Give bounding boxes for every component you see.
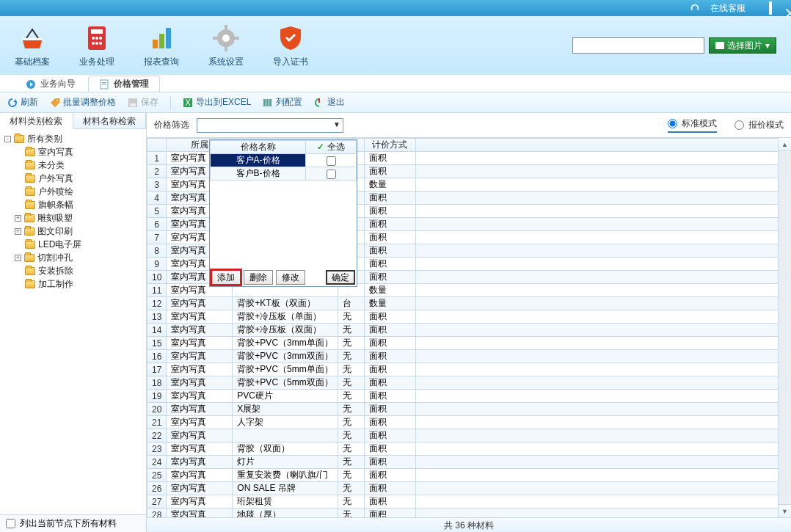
- table-row[interactable]: 24室内写真灯片无面积: [147, 456, 791, 469]
- tabbar: 业务向导 价格管理: [0, 75, 791, 92]
- ribbon-import-cert[interactable]: 导入证书: [273, 23, 308, 68]
- tree-node[interactable]: 加工制作: [4, 277, 142, 291]
- svg-point-5: [92, 42, 95, 45]
- toolbar: 刷新 批量调整价格 保存 X导出到EXCEL 列配置 退出: [0, 92, 791, 113]
- folder-icon: [25, 267, 35, 275]
- svg-point-7: [99, 42, 102, 45]
- svg-point-4: [99, 37, 102, 40]
- table-row[interactable]: 17室内写真背胶+PVC（5mm单面）无面积: [147, 363, 791, 376]
- svg-rect-10: [166, 28, 171, 48]
- popup-edit-button[interactable]: 修改: [276, 270, 305, 285]
- scroll-up-icon[interactable]: ▲: [779, 138, 791, 151]
- calculator-icon: [82, 23, 112, 53]
- svg-rect-28: [269, 99, 271, 106]
- table-row[interactable]: 14室内写真背胶+冷压板（双面）无面积: [147, 324, 791, 337]
- tree-node[interactable]: +雕刻吸塑: [4, 211, 142, 225]
- tree-node[interactable]: +切割冲孔: [4, 251, 142, 264]
- table-row[interactable]: 23室内写真背胶（双面）无面积: [147, 442, 791, 456]
- row-checkbox[interactable]: [327, 156, 336, 166]
- expand-icon[interactable]: +: [15, 255, 21, 261]
- table-row[interactable]: 16室内写真背胶+PVC（3mm双面）无面积: [147, 350, 791, 363]
- tab-price-mgmt[interactable]: 价格管理: [88, 76, 160, 92]
- popup-add-button[interactable]: 添加: [211, 270, 241, 285]
- price-tag-icon: [50, 98, 60, 108]
- svg-rect-27: [266, 99, 269, 106]
- tree-root[interactable]: - 所有类别: [4, 132, 142, 145]
- exit-icon: [314, 98, 324, 108]
- sider-tab-name[interactable]: 材料名称检索: [73, 113, 147, 128]
- row-checkbox[interactable]: [327, 170, 336, 179]
- collapse-icon[interactable]: -: [4, 136, 11, 142]
- tree-node[interactable]: 安装拆除: [4, 264, 142, 277]
- choose-image-button[interactable]: 选择图片 ▾: [709, 37, 776, 54]
- table-row[interactable]: 12室内写真背胶+KT板（双面）台数量: [147, 297, 791, 310]
- popup-ok-button[interactable]: 确定: [326, 270, 355, 285]
- table-row[interactable]: 27室内写真珩架租赁无面积: [147, 495, 791, 509]
- tree-node[interactable]: 户外写真: [4, 172, 142, 185]
- ribbon-business[interactable]: 业务处理: [79, 23, 114, 68]
- save-icon: [128, 98, 138, 108]
- svg-point-21: [56, 100, 58, 101]
- svg-rect-8: [153, 40, 158, 48]
- svg-point-6: [95, 42, 98, 45]
- refresh-button[interactable]: 刷新: [7, 96, 38, 109]
- popup-row[interactable]: 客户A-价格: [211, 154, 357, 167]
- table-row[interactable]: 13室内写真背胶+冷压板（单面）无面积: [147, 310, 791, 324]
- list-all-checkbox[interactable]: [6, 519, 15, 528]
- ribbon-report[interactable]: 报表查询: [144, 23, 179, 68]
- mode-quote[interactable]: 报价模式: [734, 117, 784, 133]
- tree-node[interactable]: 旗帜条幅: [4, 198, 142, 211]
- table-row[interactable]: 21室内写真人字架无面积: [147, 416, 791, 429]
- table-row[interactable]: 18室内写真背胶+PVC（5mm双面）无面积: [147, 376, 791, 390]
- save-button[interactable]: 保存: [128, 96, 158, 109]
- exit-button[interactable]: 退出: [314, 96, 345, 109]
- col-calc[interactable]: 计价方式: [364, 139, 415, 152]
- price-filter-combo[interactable]: [197, 118, 343, 133]
- export-excel-button[interactable]: X导出到EXCEL: [183, 96, 251, 109]
- table-row[interactable]: 22室内写真无面积: [147, 429, 791, 442]
- folder-icon: [25, 161, 35, 170]
- folder-icon: [25, 241, 35, 249]
- tree-node[interactable]: 室内写真: [4, 145, 142, 158]
- ribbon-settings[interactable]: 系统设置: [208, 23, 244, 68]
- table-row[interactable]: 25室内写真重复安装费（喇叭旗/门无面积: [147, 469, 791, 482]
- tree-node[interactable]: 未分类: [4, 158, 142, 172]
- table-row[interactable]: 28室内写真地毯（厚）无面积: [147, 509, 791, 518]
- folder-icon: [25, 280, 35, 288]
- mode-standard[interactable]: 标准模式: [668, 117, 717, 133]
- scrollbar[interactable]: ▲ ▼: [778, 138, 791, 517]
- svg-rect-16: [233, 37, 239, 40]
- ribbon: 基础档案 业务处理 报表查询 系统设置 导入证书 选择图片 ▾: [0, 16, 791, 75]
- scroll-down-icon[interactable]: ▼: [779, 504, 791, 517]
- expand-icon[interactable]: +: [15, 228, 21, 235]
- wizard-icon: [26, 79, 36, 90]
- popup-row[interactable]: 客户B-价格: [211, 167, 357, 181]
- price-picker-popup: 价格名称 ✓ 全选 客户A-价格客户B-价格 添加 删除 修改 确定: [209, 139, 357, 287]
- popup-del-button[interactable]: 删除: [244, 270, 273, 285]
- online-service-link[interactable]: 在线客服: [710, 2, 746, 15]
- table-row[interactable]: 26室内写真ON SALE 吊牌无面积: [147, 482, 791, 495]
- search-input[interactable]: [572, 37, 704, 54]
- table-row[interactable]: 19室内写真PVC硬片无面积: [147, 390, 791, 403]
- batch-adjust-button[interactable]: 批量调整价格: [50, 96, 116, 109]
- popup-col-name[interactable]: 价格名称: [211, 141, 306, 154]
- grid-footer: 共 36 种材料: [147, 517, 791, 532]
- svg-rect-14: [225, 45, 227, 51]
- svg-rect-23: [130, 103, 136, 106]
- svg-point-2: [92, 37, 95, 40]
- table-row[interactable]: 15室内写真背胶+PVC（3mm单面）无面积: [147, 337, 791, 350]
- filter-label: 价格筛选: [154, 119, 189, 131]
- maximize-button[interactable]: [769, 3, 772, 13]
- tree-node[interactable]: LED电子屏: [4, 238, 142, 251]
- tab-wizard[interactable]: 业务向导: [15, 76, 87, 92]
- tree-node[interactable]: 户外喷绘: [4, 185, 142, 198]
- ribbon-basic-archive[interactable]: 基础档案: [15, 23, 50, 68]
- table-row[interactable]: 20室内写真X展架无面积: [147, 403, 791, 416]
- expand-icon[interactable]: +: [15, 215, 21, 222]
- columns-icon: [263, 98, 273, 108]
- svg-rect-13: [225, 25, 227, 31]
- tree-node[interactable]: +图文印刷: [4, 225, 142, 238]
- popup-col-all[interactable]: ✓ 全选: [306, 141, 357, 154]
- col-config-button[interactable]: 列配置: [263, 96, 302, 109]
- sidebar-tab-class[interactable]: 材料类别检索: [0, 113, 73, 129]
